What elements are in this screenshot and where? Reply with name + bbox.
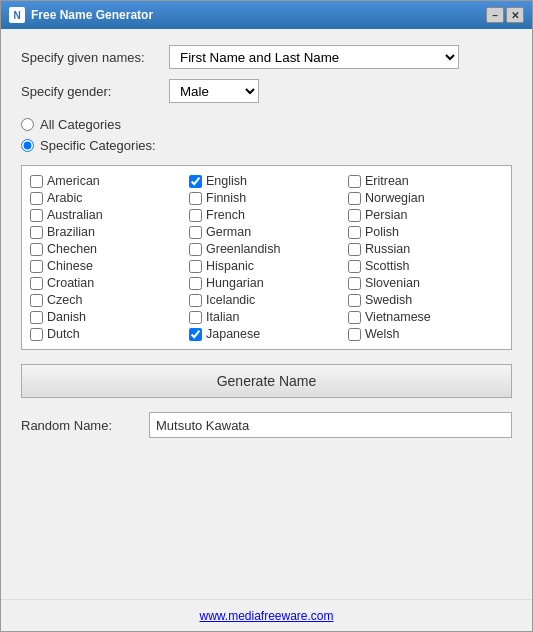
categories-box: AmericanEnglishEritreanArabicFinnishNorw… xyxy=(21,165,512,350)
list-item: Chinese xyxy=(30,259,185,273)
category-checkbox-italian[interactable] xyxy=(189,311,202,324)
all-categories-label[interactable]: All Categories xyxy=(40,117,121,132)
category-checkbox-danish[interactable] xyxy=(30,311,43,324)
category-label-dutch[interactable]: Dutch xyxy=(47,327,80,341)
category-checkbox-eritrean[interactable] xyxy=(348,175,361,188)
category-checkbox-english[interactable] xyxy=(189,175,202,188)
category-checkbox-welsh[interactable] xyxy=(348,328,361,341)
category-label-english[interactable]: English xyxy=(206,174,247,188)
list-item: Dutch xyxy=(30,327,185,341)
specific-categories-radio[interactable] xyxy=(21,139,34,152)
title-bar: N Free Name Generator – ✕ xyxy=(1,1,532,29)
category-radio-group: All Categories Specific Categories: xyxy=(21,117,512,153)
specific-categories-row: Specific Categories: xyxy=(21,138,512,153)
list-item: Eritrean xyxy=(348,174,503,188)
list-item: Russian xyxy=(348,242,503,256)
given-names-label: Specify given names: xyxy=(21,50,161,65)
category-checkbox-vietnamese[interactable] xyxy=(348,311,361,324)
category-checkbox-polish[interactable] xyxy=(348,226,361,239)
list-item: Slovenian xyxy=(348,276,503,290)
category-checkbox-swedish[interactable] xyxy=(348,294,361,307)
category-label-japanese[interactable]: Japanese xyxy=(206,327,260,341)
category-label-australian[interactable]: Australian xyxy=(47,208,103,222)
result-label: Random Name: xyxy=(21,418,141,433)
category-label-slovenian[interactable]: Slovenian xyxy=(365,276,420,290)
category-checkbox-german[interactable] xyxy=(189,226,202,239)
gender-select[interactable]: Male Female xyxy=(169,79,259,103)
all-categories-radio[interactable] xyxy=(21,118,34,131)
category-checkbox-russian[interactable] xyxy=(348,243,361,256)
category-label-icelandic[interactable]: Icelandic xyxy=(206,293,255,307)
gender-row: Specify gender: Male Female xyxy=(21,79,512,103)
category-checkbox-australian[interactable] xyxy=(30,209,43,222)
list-item: Icelandic xyxy=(189,293,344,307)
category-label-brazilian[interactable]: Brazilian xyxy=(47,225,95,239)
category-label-chechen[interactable]: Chechen xyxy=(47,242,97,256)
footer-link[interactable]: www.mediafreeware.com xyxy=(199,609,333,623)
category-label-croatian[interactable]: Croatian xyxy=(47,276,94,290)
name-type-select[interactable]: First Name and Last Name xyxy=(169,45,459,69)
category-checkbox-persian[interactable] xyxy=(348,209,361,222)
category-label-arabic[interactable]: Arabic xyxy=(47,191,82,205)
category-label-polish[interactable]: Polish xyxy=(365,225,399,239)
category-label-scottish[interactable]: Scottish xyxy=(365,259,409,273)
category-label-czech[interactable]: Czech xyxy=(47,293,82,307)
category-label-welsh[interactable]: Welsh xyxy=(365,327,400,341)
category-checkbox-american[interactable] xyxy=(30,175,43,188)
list-item: German xyxy=(189,225,344,239)
list-item: Swedish xyxy=(348,293,503,307)
category-checkbox-chinese[interactable] xyxy=(30,260,43,273)
list-item: Australian xyxy=(30,208,185,222)
category-label-vietnamese[interactable]: Vietnamese xyxy=(365,310,431,324)
category-label-norwegian[interactable]: Norwegian xyxy=(365,191,425,205)
given-names-row: Specify given names: First Name and Last… xyxy=(21,45,512,69)
category-checkbox-brazilian[interactable] xyxy=(30,226,43,239)
specific-categories-label[interactable]: Specific Categories: xyxy=(40,138,156,153)
title-buttons: – ✕ xyxy=(486,7,524,23)
list-item: Scottish xyxy=(348,259,503,273)
category-label-american[interactable]: American xyxy=(47,174,100,188)
list-item: Norwegian xyxy=(348,191,503,205)
list-item: Hispanic xyxy=(189,259,344,273)
category-label-finnish[interactable]: Finnish xyxy=(206,191,246,205)
category-label-russian[interactable]: Russian xyxy=(365,242,410,256)
category-checkbox-slovenian[interactable] xyxy=(348,277,361,290)
category-label-greenlandish[interactable]: Greenlandish xyxy=(206,242,280,256)
category-checkbox-scottish[interactable] xyxy=(348,260,361,273)
category-label-french[interactable]: French xyxy=(206,208,245,222)
app-icon: N xyxy=(9,7,25,23)
list-item: Welsh xyxy=(348,327,503,341)
list-item: Croatian xyxy=(30,276,185,290)
category-checkbox-chechen[interactable] xyxy=(30,243,43,256)
category-label-eritrean[interactable]: Eritrean xyxy=(365,174,409,188)
category-checkbox-finnish[interactable] xyxy=(189,192,202,205)
category-checkbox-icelandic[interactable] xyxy=(189,294,202,307)
category-checkbox-french[interactable] xyxy=(189,209,202,222)
category-label-swedish[interactable]: Swedish xyxy=(365,293,412,307)
category-checkbox-arabic[interactable] xyxy=(30,192,43,205)
close-button[interactable]: ✕ xyxy=(506,7,524,23)
category-checkbox-norwegian[interactable] xyxy=(348,192,361,205)
category-checkbox-dutch[interactable] xyxy=(30,328,43,341)
category-label-danish[interactable]: Danish xyxy=(47,310,86,324)
category-checkbox-hungarian[interactable] xyxy=(189,277,202,290)
category-label-chinese[interactable]: Chinese xyxy=(47,259,93,273)
list-item: Hungarian xyxy=(189,276,344,290)
category-checkbox-czech[interactable] xyxy=(30,294,43,307)
category-checkbox-japanese[interactable] xyxy=(189,328,202,341)
category-checkbox-greenlandish[interactable] xyxy=(189,243,202,256)
category-label-hungarian[interactable]: Hungarian xyxy=(206,276,264,290)
category-checkbox-croatian[interactable] xyxy=(30,277,43,290)
category-label-persian[interactable]: Persian xyxy=(365,208,407,222)
list-item: Finnish xyxy=(189,191,344,205)
list-item: Brazilian xyxy=(30,225,185,239)
category-label-hispanic[interactable]: Hispanic xyxy=(206,259,254,273)
generate-button[interactable]: Generate Name xyxy=(21,364,512,398)
list-item: American xyxy=(30,174,185,188)
category-label-italian[interactable]: Italian xyxy=(206,310,239,324)
category-label-german[interactable]: German xyxy=(206,225,251,239)
category-checkbox-hispanic[interactable] xyxy=(189,260,202,273)
list-item: Persian xyxy=(348,208,503,222)
result-input[interactable] xyxy=(149,412,512,438)
minimize-button[interactable]: – xyxy=(486,7,504,23)
